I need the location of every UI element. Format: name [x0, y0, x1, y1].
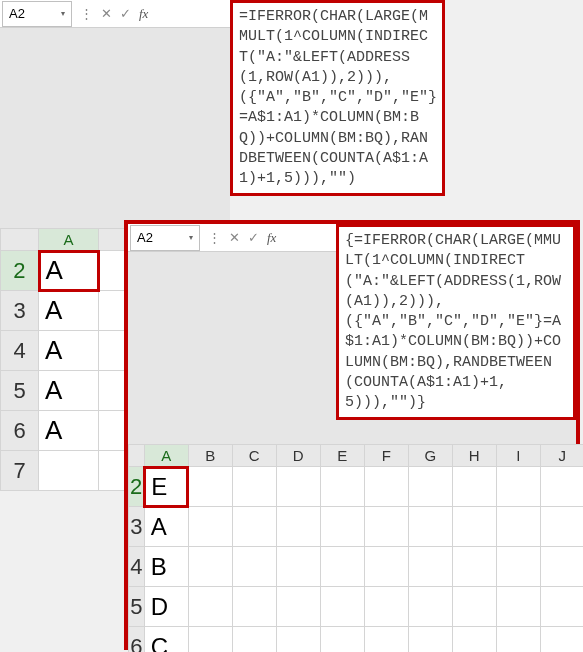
cell[interactable]	[232, 587, 276, 627]
cell[interactable]	[540, 627, 583, 653]
col-header[interactable]: H	[452, 445, 496, 467]
confirm-icon[interactable]: ✓	[120, 6, 131, 21]
formula-buttons-2: ⋮ ✕ ✓ fx	[202, 230, 282, 246]
cell-reference: A2	[9, 6, 25, 21]
name-box[interactable]: A2 ▾	[2, 1, 72, 27]
formula-display-1: =IFERROR(CHAR(LARGE(MMULT(1^COLUMN(INDIR…	[230, 0, 445, 196]
cell[interactable]: A	[39, 371, 99, 411]
cell[interactable]	[408, 627, 452, 653]
row-header[interactable]: 5	[129, 587, 145, 627]
cell[interactable]	[188, 547, 232, 587]
row-header[interactable]: 4	[1, 331, 39, 371]
cell[interactable]: B	[144, 547, 188, 587]
row-header[interactable]: 2	[1, 251, 39, 291]
cell[interactable]	[408, 507, 452, 547]
panel1-formula-bar: A2 ▾ ⋮ ✕ ✓ fx	[0, 0, 230, 228]
row-header[interactable]: 5	[1, 371, 39, 411]
cell[interactable]: D	[144, 587, 188, 627]
cell[interactable]	[188, 627, 232, 653]
col-header[interactable]: G	[408, 445, 452, 467]
row-header[interactable]: 3	[129, 507, 145, 547]
cell[interactable]	[188, 507, 232, 547]
dropdown-icon[interactable]: ▾	[61, 9, 65, 18]
cell[interactable]	[276, 507, 320, 547]
cell[interactable]: A	[39, 411, 99, 451]
separator-icon: ⋮	[80, 6, 93, 21]
col-header[interactable]: B	[188, 445, 232, 467]
cell[interactable]: A	[39, 291, 99, 331]
cell[interactable]	[452, 467, 496, 507]
col-header[interactable]: C	[232, 445, 276, 467]
cell[interactable]	[496, 627, 540, 653]
row-header[interactable]: 2	[129, 467, 145, 507]
cell[interactable]	[408, 467, 452, 507]
formula-buttons: ⋮ ✕ ✓ fx	[74, 6, 154, 22]
cell[interactable]	[540, 507, 583, 547]
dropdown-icon[interactable]: ▾	[189, 233, 193, 242]
cell[interactable]	[320, 627, 364, 653]
row-header[interactable]: 4	[129, 547, 145, 587]
cell-A2[interactable]: A	[39, 251, 99, 291]
name-box-2[interactable]: A2 ▾	[130, 225, 200, 251]
cell[interactable]	[540, 467, 583, 507]
cell[interactable]	[276, 627, 320, 653]
separator-icon: ⋮	[208, 230, 221, 245]
cell[interactable]	[364, 627, 408, 653]
cell[interactable]	[320, 587, 364, 627]
cell[interactable]	[496, 587, 540, 627]
cell[interactable]	[232, 547, 276, 587]
cell[interactable]	[276, 547, 320, 587]
row-header[interactable]: 3	[1, 291, 39, 331]
cell[interactable]: A	[144, 507, 188, 547]
col-header[interactable]: I	[496, 445, 540, 467]
cell[interactable]	[39, 451, 99, 491]
cell[interactable]	[320, 467, 364, 507]
cancel-icon[interactable]: ✕	[229, 230, 240, 245]
cell[interactable]	[320, 547, 364, 587]
cell[interactable]	[452, 627, 496, 653]
cell[interactable]	[452, 547, 496, 587]
cell[interactable]	[364, 587, 408, 627]
cell[interactable]	[364, 507, 408, 547]
cell[interactable]	[276, 467, 320, 507]
cell[interactable]	[496, 467, 540, 507]
cell[interactable]	[540, 587, 583, 627]
row-header[interactable]: 6	[1, 411, 39, 451]
grid-2[interactable]: A B C D E F G H I J 2E 3A 4B 5D 6C 7	[128, 444, 583, 652]
cell[interactable]: C	[144, 627, 188, 653]
cell[interactable]	[540, 547, 583, 587]
select-all-corner[interactable]	[129, 445, 145, 467]
col-header[interactable]: J	[540, 445, 583, 467]
cell[interactable]: A	[39, 331, 99, 371]
cell[interactable]	[364, 467, 408, 507]
row-header[interactable]: 6	[129, 627, 145, 653]
cell[interactable]	[188, 587, 232, 627]
gray-area	[0, 28, 230, 228]
cell[interactable]	[276, 587, 320, 627]
col-header[interactable]: A	[144, 445, 188, 467]
cell[interactable]	[496, 547, 540, 587]
cell[interactable]	[188, 467, 232, 507]
cell[interactable]	[364, 547, 408, 587]
row-header[interactable]: 7	[1, 451, 39, 491]
fx-icon[interactable]: fx	[139, 6, 148, 22]
col-header[interactable]: E	[320, 445, 364, 467]
cell-A2[interactable]: E	[144, 467, 188, 507]
cell[interactable]	[496, 507, 540, 547]
confirm-icon[interactable]: ✓	[248, 230, 259, 245]
cell[interactable]	[452, 587, 496, 627]
cell[interactable]	[232, 627, 276, 653]
cell[interactable]	[232, 467, 276, 507]
fx-icon[interactable]: fx	[267, 230, 276, 246]
cell[interactable]	[320, 507, 364, 547]
col-header-A[interactable]: A	[39, 229, 99, 251]
cancel-icon[interactable]: ✕	[101, 6, 112, 21]
cell[interactable]	[452, 507, 496, 547]
col-header[interactable]: F	[364, 445, 408, 467]
cell[interactable]	[232, 507, 276, 547]
cell[interactable]	[408, 587, 452, 627]
select-all-corner[interactable]	[1, 229, 39, 251]
col-header[interactable]: D	[276, 445, 320, 467]
cell[interactable]	[408, 547, 452, 587]
cell-reference-2: A2	[137, 230, 153, 245]
